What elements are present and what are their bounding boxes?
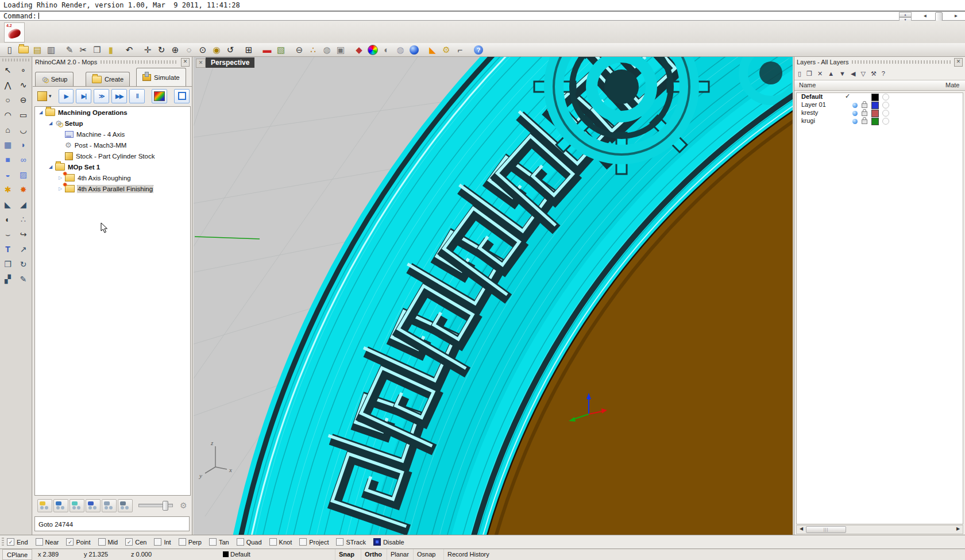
scroll-right-icon[interactable]: ▶ <box>952 13 960 20</box>
layers-panel-titlebar[interactable]: Layers - All Layers ✕ <box>794 57 965 67</box>
new-layer-button[interactable]: ▯ <box>798 70 801 78</box>
tree-item-label[interactable]: 4th Axis Parallel Finishing <box>78 186 153 192</box>
checkbox[interactable] <box>269 538 277 546</box>
sim-display-axes-button[interactable] <box>86 499 101 512</box>
layer-color-swatch[interactable] <box>871 102 879 109</box>
slider-thumb[interactable] <box>163 501 168 511</box>
scroll-right-icon[interactable]: ▶ <box>954 526 962 532</box>
tree-row[interactable]: ⚙Post - Mach3-MM <box>35 140 190 150</box>
toggle-snap[interactable]: Snap <box>335 549 358 560</box>
osnap-perp[interactable]: Perp <box>179 538 202 546</box>
expander-open-icon[interactable]: ◢ <box>37 110 44 115</box>
tree-item-label[interactable]: Post - Mach3-MM <box>75 142 127 149</box>
rendered-view-button[interactable]: ◐ <box>380 44 393 56</box>
shaded-view-button[interactable]: ◆ <box>353 44 365 56</box>
visibility-bulb-button[interactable]: ◍ <box>321 44 333 56</box>
osnap-int[interactable]: Int <box>154 538 171 546</box>
viewport-canvas[interactable]: zxy <box>194 57 793 535</box>
lock-objects-button[interactable]: ▣ <box>334 44 347 56</box>
close-icon[interactable]: ✕ <box>181 58 190 67</box>
layer-name[interactable]: Layer 01 <box>801 101 826 108</box>
osnap-end[interactable]: ✓End <box>7 538 28 546</box>
layer-color-swatch[interactable] <box>871 118 879 125</box>
cut-button[interactable]: ✂ <box>77 44 90 56</box>
play-by-moves-button[interactable]: ≫ <box>94 89 109 103</box>
checkbox[interactable] <box>179 538 186 546</box>
scroll-left-icon[interactable]: ◀ <box>921 13 929 20</box>
set-view-button[interactable]: ⊖ <box>293 44 306 56</box>
boolean-button[interactable]: ✱ <box>1 182 16 197</box>
toolbar-grip[interactable] <box>2 538 4 546</box>
osnap-near[interactable]: Near <box>36 538 59 546</box>
ghosted-view-button[interactable]: ◍ <box>394 44 407 56</box>
scale-button[interactable]: ↗ <box>16 242 31 257</box>
tree-row[interactable]: ◢MOp Set 1 <box>35 161 190 172</box>
hatch-button[interactable]: ▞ <box>1 272 16 287</box>
osnap-disable[interactable]: Disable <box>373 538 404 546</box>
curve-button[interactable]: ∿ <box>16 78 31 92</box>
osnap-knot[interactable]: Knot <box>269 538 292 546</box>
tab-simulate[interactable]: Simulate <box>136 68 186 86</box>
delete-layer-button[interactable]: ✕ <box>817 70 823 78</box>
named-views-car-button[interactable]: ▬ <box>261 44 273 56</box>
scroll-left-icon[interactable]: ◀ <box>797 526 805 532</box>
stock-visibility-button[interactable]: ▾ <box>37 91 52 101</box>
tree-item-label[interactable]: MOp Set 1 <box>68 164 100 171</box>
trim-button[interactable]: ◣ <box>1 197 16 212</box>
play-button[interactable]: ▶ <box>59 89 74 103</box>
tree-row[interactable]: ▷4th Axis Roughing <box>35 172 190 183</box>
layer-name[interactable]: kresty <box>801 109 818 116</box>
annotate-button[interactable]: ✎ <box>63 44 76 56</box>
viewport-title[interactable]: Perspective <box>206 57 254 68</box>
rhino-logo-button[interactable]: 4.2 <box>4 22 25 43</box>
scroll-thumb[interactable]: ||| <box>806 526 846 533</box>
options-gears-button[interactable]: ⚙ <box>440 44 453 56</box>
undo-view-button[interactable]: ↺ <box>224 44 237 56</box>
checkbox[interactable] <box>98 538 106 546</box>
help-button[interactable]: ? <box>472 44 485 56</box>
duplicate-layer-button[interactable]: ❒ <box>806 70 812 78</box>
sim-display-material-button[interactable] <box>118 499 133 512</box>
checkbox[interactable] <box>209 538 217 546</box>
checkbox[interactable] <box>373 538 381 546</box>
circle-button[interactable]: ○ <box>1 92 16 107</box>
layer-color-swatch[interactable] <box>871 94 879 101</box>
osnap-quad[interactable]: Quad <box>237 538 262 546</box>
checkbox-checked[interactable]: ✓ <box>125 538 133 546</box>
toggle-record-history[interactable]: Record History <box>443 549 493 560</box>
layer-name[interactable]: krugi <box>801 117 815 124</box>
checkbox[interactable] <box>36 538 43 546</box>
tab-setup[interactable]: ⚙Setup <box>35 72 74 86</box>
rhinocam-panel-titlebar[interactable]: RhinoCAM 2.0 - Mops ✕ <box>33 57 192 67</box>
osnap-cen[interactable]: ✓Cen <box>125 538 146 546</box>
move-down-button[interactable]: ▼ <box>839 70 846 77</box>
fillet-button[interactable]: ⌣ <box>1 227 16 242</box>
blocks-button[interactable]: ❒ <box>1 257 16 272</box>
osnap-project[interactable]: Project <box>299 538 329 546</box>
expander-open-icon[interactable]: ◢ <box>47 164 54 169</box>
new-file-button[interactable]: ▯ <box>3 44 16 56</box>
torus-button[interactable]: ◒ <box>1 167 16 182</box>
toggle-planar[interactable]: Planar <box>387 549 412 560</box>
osnap-points-button[interactable]: ∴ <box>307 44 319 56</box>
move-up-button[interactable]: ▲ <box>828 70 834 77</box>
tree-row[interactable]: ◢Machining Operations <box>35 107 190 118</box>
spinner-up-icon[interactable]: ▲ <box>899 12 912 17</box>
sim-display-stock-button[interactable] <box>37 499 52 512</box>
simulate-material-button[interactable] <box>152 89 167 103</box>
layer-lock-cell[interactable] <box>862 118 867 125</box>
layer-lock-cell[interactable] <box>862 102 867 109</box>
array-button[interactable]: ↻ <box>16 257 31 272</box>
fast-forward-button[interactable]: ▶▶ <box>111 89 127 103</box>
tree-row[interactable]: Machine - 4 Axis <box>35 129 190 140</box>
zoom-dynamic-button[interactable]: ⊕ <box>169 44 182 56</box>
color-tools-button[interactable]: ◐ <box>1 212 16 227</box>
copy-button[interactable]: ❒ <box>91 44 103 56</box>
rotate-view-button[interactable]: ↻ <box>155 44 168 56</box>
tools-button[interactable]: ⚒ <box>871 70 877 78</box>
zoom-extents-button[interactable]: ◉ <box>210 44 223 56</box>
surface-bend-button[interactable]: ◗ <box>16 137 31 152</box>
render-preview-button[interactable] <box>408 44 420 56</box>
tree-item-label[interactable]: Setup <box>65 120 83 127</box>
checkbox-checked[interactable]: ✓ <box>66 538 74 546</box>
